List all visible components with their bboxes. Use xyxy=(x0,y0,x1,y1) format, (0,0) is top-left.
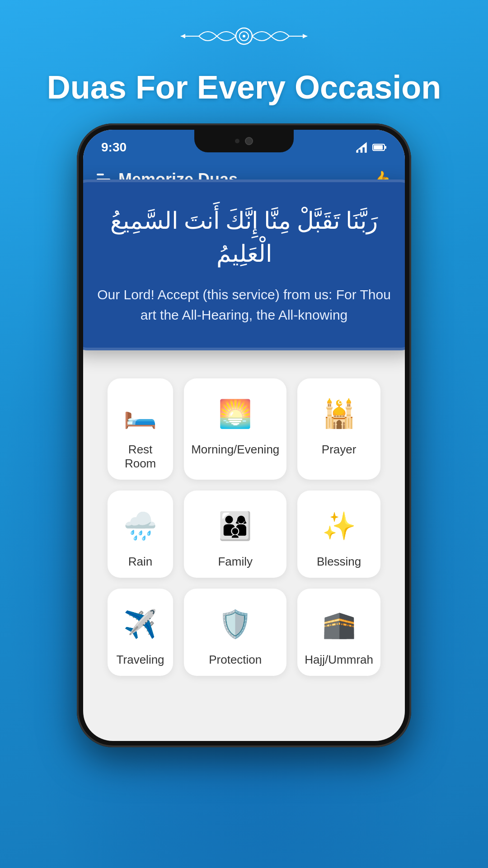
svg-marker-6 xyxy=(303,34,307,38)
svg-rect-10 xyxy=(385,146,386,149)
category-label-traveling: Traveling xyxy=(117,653,164,667)
svg-marker-4 xyxy=(181,34,185,38)
svg-marker-7 xyxy=(356,142,366,153)
category-grid: 🛏️Rest Room🌅Morning/Evening🕌Prayer🌧️Rain… xyxy=(108,378,380,676)
notch-sensor xyxy=(235,139,239,143)
status-icons xyxy=(355,141,387,154)
category-icon-rest-room: 🛏️ xyxy=(118,391,163,436)
category-item-prayer[interactable]: 🕌Prayer xyxy=(297,378,380,480)
category-label-blessing: Blessing xyxy=(317,555,361,569)
category-icon-prayer: 🕌 xyxy=(316,391,361,436)
category-icon-hajj: 🕋 xyxy=(316,601,361,646)
signal-icon xyxy=(355,141,368,154)
category-label-prayer: Prayer xyxy=(322,443,357,457)
category-item-traveling[interactable]: ✈️Traveling xyxy=(108,589,173,676)
category-item-rest-room[interactable]: 🛏️Rest Room xyxy=(108,378,173,480)
category-icon-family: 👨‍👩‍👦 xyxy=(213,503,258,548)
category-label-rest-room: Rest Room xyxy=(115,443,166,471)
phone-notch xyxy=(194,130,294,152)
main-title: Duas For Every Occasion xyxy=(29,70,459,105)
category-label-family: Family xyxy=(218,555,253,569)
phone-shell: 9:30 xyxy=(77,123,411,747)
svg-rect-9 xyxy=(374,145,383,150)
ornament xyxy=(176,0,312,61)
category-icon-traveling: ✈️ xyxy=(118,601,163,646)
dua-translation-text: Our Lord! Accept (this service) from us:… xyxy=(97,284,391,325)
category-icon-blessing: ✨ xyxy=(316,503,361,548)
dua-arabic-text: رَبَّنَا تَقَبَّلْ مِنَّا إِنَّكَ أَنتَ … xyxy=(97,205,391,271)
battery-icon xyxy=(372,143,387,152)
category-item-rain[interactable]: 🌧️Rain xyxy=(108,491,173,578)
category-item-morning-evening[interactable]: 🌅Morning/Evening xyxy=(184,378,286,480)
category-label-hajj: Hajj/Ummrah xyxy=(305,653,373,667)
category-icon-rain: 🌧️ xyxy=(118,503,163,548)
phone-screen: 9:30 xyxy=(83,130,405,741)
category-label-morning-evening: Morning/Evening xyxy=(191,443,279,457)
category-label-rain: Rain xyxy=(128,555,152,569)
dua-card: رَبَّنَا تَقَبَّلْ مِنَّا إِنَّكَ أَنتَ … xyxy=(83,179,405,350)
status-time: 9:30 xyxy=(101,140,127,155)
category-item-hajj[interactable]: 🕋Hajj/Ummrah xyxy=(297,589,380,676)
category-item-family[interactable]: 👨‍👩‍👦Family xyxy=(184,491,286,578)
category-item-blessing[interactable]: ✨Blessing xyxy=(297,491,380,578)
svg-point-2 xyxy=(243,35,245,38)
phone-device: 9:30 xyxy=(77,123,411,747)
notch-camera xyxy=(245,137,253,145)
category-grid-section: 🛏️Rest Room🌅Morning/Evening🕌Prayer🌧️Rain… xyxy=(89,356,399,735)
category-label-protection: Protection xyxy=(209,653,262,667)
category-item-protection[interactable]: 🛡️Protection xyxy=(184,589,286,676)
page-content: Duas For Every Occasion 9:30 xyxy=(0,0,488,868)
category-icon-morning-evening: 🌅 xyxy=(213,391,258,436)
category-icon-protection: 🛡️ xyxy=(213,601,258,646)
